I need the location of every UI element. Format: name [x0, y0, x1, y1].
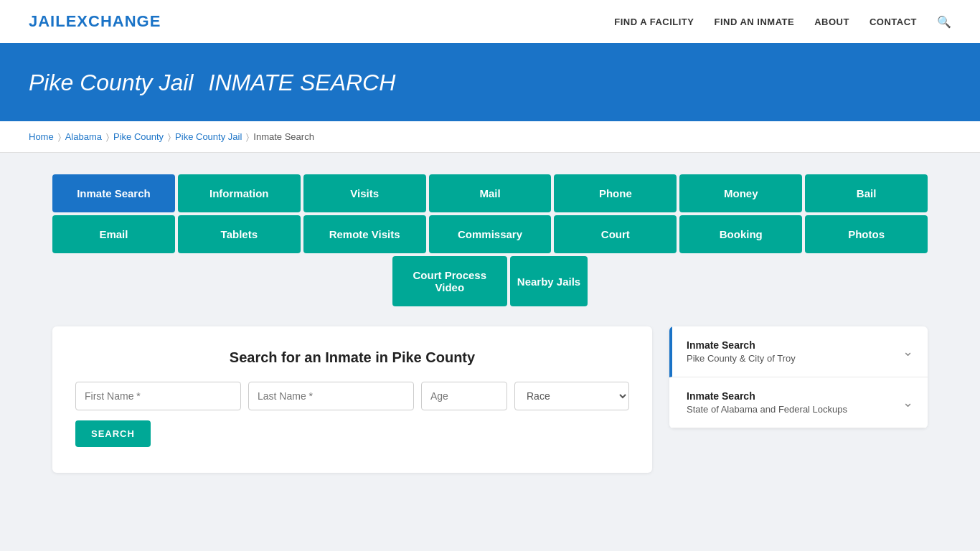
logo-part2: EXCHANGE	[66, 12, 161, 30]
tab-email[interactable]: Email	[52, 215, 175, 253]
tab-booking[interactable]: Booking	[679, 215, 802, 253]
page-title-sub: INMATE SEARCH	[209, 70, 396, 95]
logo-part1: JAIL	[29, 12, 66, 30]
sep1: 〉	[58, 132, 61, 142]
breadcrumb-current: Inmate Search	[253, 131, 314, 142]
sidebar-item-pike-county[interactable]: Inmate Search Pike County & City of Troy…	[669, 326, 928, 377]
tabs-row-2: Email Tablets Remote Visits Commissary C…	[52, 215, 928, 253]
nav-contact[interactable]: CONTACT	[870, 17, 917, 27]
sep4: 〉	[246, 132, 249, 142]
breadcrumb: Home 〉 Alabama 〉 Pike County 〉 Pike Coun…	[0, 121, 980, 153]
chevron-down-icon-1: ⌄	[903, 344, 913, 359]
nav-about[interactable]: ABOUT	[814, 17, 849, 27]
last-name-input[interactable]	[248, 382, 414, 410]
nav-search-icon[interactable]: 🔍	[937, 15, 951, 29]
tab-money[interactable]: Money	[679, 174, 802, 212]
sep3: 〉	[168, 132, 171, 142]
tab-photos[interactable]: Photos	[805, 215, 928, 253]
search-button[interactable]: SEARCH	[75, 420, 151, 447]
race-select[interactable]: Race White Black Hispanic Asian Other	[514, 382, 629, 410]
tab-tablets[interactable]: Tablets	[178, 215, 301, 253]
tabs-row-1: Inmate Search Information Visits Mail Ph…	[52, 174, 928, 212]
sidebar-item-pike-county-text: Inmate Search Pike County & City of Troy	[687, 339, 796, 364]
nav-links: FIND A FACILITY FIND AN INMATE ABOUT CON…	[614, 15, 951, 29]
page-title-main: Pike County Jail	[29, 70, 193, 95]
age-input[interactable]	[421, 382, 507, 410]
tab-remote-visits[interactable]: Remote Visits	[303, 215, 426, 253]
sidebar-item-alabama-title: Inmate Search	[687, 390, 847, 402]
tab-mail[interactable]: Mail	[429, 174, 552, 212]
search-title: Search for an Inmate in Pike County	[75, 349, 629, 366]
sidebar-item-alabama-text: Inmate Search State of Alabama and Feder…	[687, 390, 847, 415]
breadcrumb-home[interactable]: Home	[29, 131, 54, 142]
tab-court-process-video[interactable]: Court Process Video	[392, 256, 507, 306]
chevron-down-icon-2: ⌄	[903, 395, 913, 410]
page-title: Pike County Jail INMATE SEARCH	[29, 66, 951, 97]
tab-nearby-jails[interactable]: Nearby Jails	[510, 256, 588, 306]
tab-court[interactable]: Court	[554, 215, 677, 253]
nav-find-facility[interactable]: FIND A FACILITY	[614, 17, 694, 27]
lower-section: Search for an Inmate in Pike County Race…	[52, 326, 928, 473]
breadcrumb-alabama[interactable]: Alabama	[65, 131, 102, 142]
sidebar-item-alabama[interactable]: Inmate Search State of Alabama and Feder…	[669, 377, 928, 428]
tabs-row-3: Court Process Video Nearby Jails	[52, 256, 928, 306]
tab-inmate-search[interactable]: Inmate Search	[52, 174, 175, 212]
tab-information[interactable]: Information	[178, 174, 301, 212]
tab-bail[interactable]: Bail	[805, 174, 928, 212]
sidebar-item-pike-county-subtitle: Pike County & City of Troy	[687, 353, 796, 364]
breadcrumb-jail[interactable]: Pike County Jail	[175, 131, 242, 142]
navbar: JAILEXCHANGE FIND A FACILITY FIND AN INM…	[0, 0, 980, 44]
sep2: 〉	[106, 132, 109, 142]
breadcrumb-pike-county[interactable]: Pike County	[113, 131, 164, 142]
first-name-input[interactable]	[75, 382, 241, 410]
tab-commissary[interactable]: Commissary	[429, 215, 552, 253]
sidebar-item-pike-county-title: Inmate Search	[687, 339, 796, 351]
tab-phone[interactable]: Phone	[554, 174, 677, 212]
sidebar-item-alabama-subtitle: State of Alabama and Federal Lockups	[687, 404, 847, 415]
search-form-row-names: Race White Black Hispanic Asian Other	[75, 382, 629, 410]
tabs-container: Inmate Search Information Visits Mail Ph…	[52, 174, 928, 306]
sidebar: Inmate Search Pike County & City of Troy…	[669, 326, 928, 428]
site-logo[interactable]: JAILEXCHANGE	[29, 12, 161, 31]
hero-banner: Pike County Jail INMATE SEARCH	[0, 44, 980, 121]
search-panel: Search for an Inmate in Pike County Race…	[52, 326, 652, 473]
tab-visits[interactable]: Visits	[303, 174, 426, 212]
nav-find-inmate[interactable]: FIND AN INMATE	[714, 17, 794, 27]
main-content: Inmate Search Information Visits Mail Ph…	[24, 153, 956, 494]
